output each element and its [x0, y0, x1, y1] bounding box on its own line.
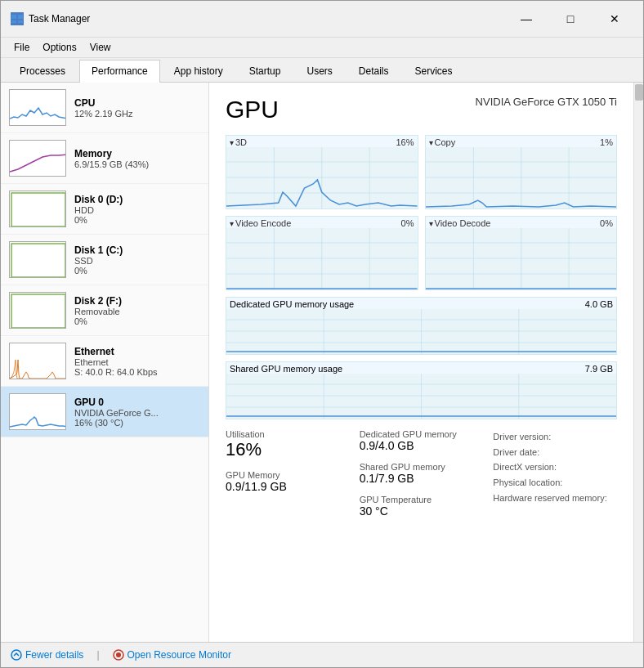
dedicated-memory-header: Dedicated GPU memory usage 4.0 GB	[226, 298, 616, 309]
chart-copy: ▾ Copy 1%	[425, 135, 618, 209]
sidebar-item-memory[interactable]: Memory 6.9/15.9 GB (43%)	[1, 133, 208, 184]
chart-encode-label-row: ▾ Video Encode 0%	[226, 217, 418, 228]
title-bar: Task Manager — □ ✕	[1, 1, 643, 38]
disk1-title: Disk 1 (C:)	[74, 244, 200, 256]
svg-rect-2	[11, 20, 16, 23]
chart-3d: ▾ 3D 16%	[226, 135, 418, 209]
ethernet-type: Ethernet	[74, 357, 200, 367]
gpu-memory-value: 0.9/11.9 GB	[226, 480, 350, 493]
disk2-thumbnail	[9, 292, 66, 329]
tab-users[interactable]: Users	[294, 60, 344, 82]
menu-file[interactable]: File	[7, 39, 36, 56]
dedicated-memory-area	[226, 309, 616, 354]
window-controls: — □ ✕	[508, 7, 633, 30]
bottom-bar: Fewer details | Open Resource Monitor	[1, 642, 643, 667]
chart-video-decode: ▾ Video Decode 0%	[425, 216, 618, 290]
svg-rect-3	[18, 20, 23, 23]
gpu-model: NVIDIA GeForce GTX 1050 Ti	[476, 96, 617, 108]
chart-decode-area	[426, 228, 617, 289]
disk0-pct: 0%	[74, 215, 200, 225]
gpu0-title: GPU 0	[74, 397, 200, 408]
tab-bar: Processes Performance App history Startu…	[1, 58, 643, 83]
sidebar-item-cpu[interactable]: CPU 12% 2.19 GHz	[1, 83, 208, 133]
shared-memory-area	[226, 374, 616, 419]
stats-col1: Utilisation 16% GPU Memory 0.9/11.9 GB	[226, 429, 350, 518]
sidebar-item-disk0[interactable]: Disk 0 (D:) HDD 0%	[1, 184, 208, 235]
chart-3d-label: ▾ 3D	[230, 137, 247, 147]
disk0-title: Disk 0 (D:)	[74, 194, 200, 205]
cpu-title: CPU	[74, 97, 200, 109]
sidebar-item-ethernet[interactable]: Ethernet Ethernet S: 40.0 R: 64.0 Kbps	[1, 336, 208, 387]
chart-3d-label-row: ▾ 3D 16%	[226, 136, 418, 147]
gpu-title: GPU	[226, 96, 279, 123]
shared-gpu-value: 0.1/7.9 GB	[360, 472, 484, 485]
sidebar-item-disk1[interactable]: Disk 1 (C:) SSD 0%	[1, 235, 208, 285]
gpu0-stats: 16% (30 °C)	[74, 418, 200, 428]
disk1-pct: 0%	[74, 266, 200, 276]
gpu-memory-stat: GPU Memory 0.9/11.9 GB	[226, 470, 350, 493]
tab-startup[interactable]: Startup	[237, 60, 293, 82]
chart-copy-label: ▾ Copy	[429, 137, 456, 147]
gpu0-thumbnail	[9, 393, 66, 430]
fewer-details-button[interactable]: Fewer details	[11, 649, 83, 661]
collapse-icon	[11, 649, 22, 661]
chevron-down-icon-3: ▾	[230, 219, 234, 228]
shared-memory-header: Shared GPU memory usage 7.9 GB	[226, 362, 616, 374]
tab-details[interactable]: Details	[347, 60, 401, 82]
sidebar-item-disk2[interactable]: Disk 2 (F:) Removable 0%	[1, 285, 208, 336]
memory-info: Memory 6.9/15.9 GB (43%)	[74, 148, 200, 169]
cpu-subtitle: 12% 2.19 GHz	[74, 109, 200, 119]
chart-copy-pct: 1%	[600, 137, 613, 147]
minimize-button[interactable]: —	[508, 7, 545, 30]
chart-3d-area	[226, 147, 418, 208]
disk2-type: Removable	[74, 307, 200, 316]
memory-thumbnail	[9, 140, 66, 177]
main-content: CPU 12% 2.19 GHz Memory 6.9/15.9 GB (43%…	[1, 83, 643, 642]
chart-3d-pct: 16%	[396, 137, 414, 147]
dedicated-memory-chart: Dedicated GPU memory usage 4.0 GB	[226, 297, 617, 355]
dedicated-gpu-label: Dedicated GPU memory	[360, 429, 484, 439]
disk2-title: Disk 2 (F:)	[74, 295, 200, 307]
utilisation-value: 16%	[226, 439, 350, 460]
dedicated-gpu-stat: Dedicated GPU memory 0.9/4.0 GB	[360, 429, 484, 452]
tab-app-history[interactable]: App history	[162, 60, 235, 82]
ethernet-title: Ethernet	[74, 346, 200, 357]
disk0-type: HDD	[74, 205, 200, 215]
gpu-temp-label: GPU Temperature	[360, 495, 484, 504]
tab-performance[interactable]: Performance	[79, 60, 160, 83]
close-button[interactable]: ✕	[596, 7, 633, 30]
driver-date: Driver date:	[493, 445, 617, 460]
scroll-thumb[interactable]	[635, 84, 643, 101]
directx-version: DirectX version:	[493, 460, 617, 475]
tab-services[interactable]: Services	[403, 60, 465, 82]
menu-options[interactable]: Options	[36, 39, 83, 56]
svg-rect-6	[10, 191, 66, 227]
ethernet-thumbnail	[9, 343, 66, 379]
chart-copy-area	[426, 147, 617, 208]
memory-title: Memory	[74, 148, 200, 159]
menu-view[interactable]: View	[83, 39, 118, 56]
driver-info: Driver version: Driver date: DirectX ver…	[493, 429, 617, 505]
resource-monitor-link[interactable]: Open Resource Monitor	[113, 649, 231, 661]
app-icon	[11, 12, 24, 25]
shared-memory-label: Shared GPU memory usage	[230, 364, 342, 374]
gpu0-info: GPU 0 NVIDIA GeForce G... 16% (30 °C)	[74, 397, 200, 428]
chart-encode-area	[226, 228, 418, 289]
scrollbar[interactable]	[633, 83, 643, 642]
gpu0-model: NVIDIA GeForce G...	[74, 408, 200, 418]
sidebar-item-gpu0[interactable]: GPU 0 NVIDIA GeForce G... 16% (30 °C)	[1, 387, 208, 437]
dedicated-gpu-value: 0.9/4.0 GB	[360, 439, 484, 452]
detail-panel: GPU NVIDIA GeForce GTX 1050 Ti ▾ 3D 16%	[209, 83, 633, 642]
resource-monitor-icon	[113, 649, 124, 661]
title-bar-left: Task Manager	[11, 12, 90, 25]
separator: |	[96, 649, 99, 661]
driver-version: Driver version:	[493, 429, 617, 445]
maximize-button[interactable]: □	[552, 7, 589, 30]
svg-point-58	[116, 652, 121, 657]
chevron-down-icon-2: ▾	[429, 138, 433, 147]
chevron-down-icon-4: ▾	[429, 219, 433, 228]
detail-header: GPU NVIDIA GeForce GTX 1050 Ti	[226, 96, 617, 123]
disk2-pct: 0%	[74, 316, 200, 326]
svg-rect-8	[10, 242, 66, 278]
tab-processes[interactable]: Processes	[7, 60, 78, 82]
